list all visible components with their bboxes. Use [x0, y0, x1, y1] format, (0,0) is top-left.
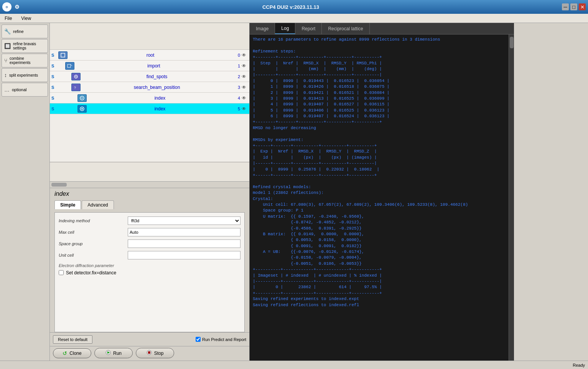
pipeline-row-4[interactable]: S index 4 👁	[50, 93, 249, 103]
step-name-index5: index	[87, 106, 232, 112]
sidebar-item-split[interactable]: ↕ split experiments	[2, 68, 48, 82]
step-icon-searchbeam: ?	[71, 84, 81, 91]
space-group-label: Space group	[59, 241, 128, 246]
pipeline-hscrollbar[interactable]	[50, 181, 249, 188]
menubar: File View	[0, 14, 588, 23]
checkbox-run-predict: Run Predict and Report	[196, 337, 246, 342]
tab-log[interactable]: Log	[275, 23, 295, 34]
step-icon-index4	[77, 94, 87, 102]
step-name-searchbeam: search_beam_position	[81, 85, 232, 90]
refine-icon: 🔧	[4, 28, 11, 34]
max-cell-row: Max cell	[59, 228, 240, 236]
eye-icon-3[interactable]: 👁	[240, 85, 248, 90]
optional-icon: …	[4, 87, 10, 93]
step-name-findspots: find_spots	[81, 74, 232, 79]
max-cell-input[interactable]	[128, 228, 240, 236]
main-layout: 🔧 refine 🔲 refine bravais settings ⑂ com…	[0, 23, 588, 361]
step-num-index5: 5	[232, 107, 240, 111]
tab-reciprocal[interactable]: Reciprocal lattice	[322, 23, 369, 34]
bottom-bar: Reset to default Run Predict and Report	[50, 332, 249, 346]
sidebar-item-refine[interactable]: 🔧 refine	[2, 25, 48, 38]
pipeline-row-3[interactable]: S ? search_beam_position 3 👁	[50, 82, 249, 93]
pipeline-row-2[interactable]: S find_spots 2 👁	[50, 71, 249, 82]
right-panel: Image Log Report Reciprocal lattice Ther…	[249, 23, 514, 361]
right-scrollbar[interactable]	[509, 34, 514, 361]
eye-icon-0[interactable]: 👁	[240, 52, 248, 58]
pipeline-list: S root 0 👁 S import 1 👁 S	[50, 50, 249, 162]
maximize-button[interactable]: □	[570, 3, 577, 10]
sidebar-item-combine[interactable]: ⑂ combine experiments	[2, 54, 48, 67]
svg-text:?: ?	[74, 86, 76, 90]
sidebar-label-refine-bravais: refine bravais settings	[13, 42, 45, 50]
run-icon	[105, 350, 111, 356]
detector-fix-label: Set detector.fix=distance	[66, 270, 116, 276]
eye-icon-1[interactable]: 👁	[240, 63, 248, 69]
indexing-method-select[interactable]: fft3d	[128, 216, 240, 225]
titlebar-left: D ⚙	[2, 2, 20, 11]
action-buttons: ↺ Clone Run Stop	[50, 346, 249, 361]
step-s-0: S	[51, 53, 58, 57]
step-name-import: import	[75, 63, 232, 69]
detector-fix-row: Set detector.fix=distance	[59, 270, 240, 276]
sidebar-label-combine: combine experiments	[10, 56, 45, 65]
run-button[interactable]: Run	[94, 348, 133, 358]
menu-view[interactable]: View	[20, 15, 33, 22]
sidebar-label-optional: optional	[12, 87, 27, 92]
tab-simple[interactable]: Simple	[54, 200, 81, 209]
step-s-2: S	[51, 74, 58, 79]
titlebar-controls: ─ □ ✕	[562, 3, 586, 10]
tab-report[interactable]: Report	[295, 23, 322, 34]
eye-icon-5[interactable]: 👁	[240, 106, 248, 112]
tab-image[interactable]: Image	[250, 23, 275, 34]
settings-icon[interactable]: ⚙	[15, 4, 20, 10]
svg-point-4	[76, 76, 77, 77]
pipeline-footer	[50, 162, 249, 181]
step-icon-findspots	[71, 73, 81, 80]
sidebar-item-optional[interactable]: … optional	[2, 83, 48, 97]
sidebar-item-refine-bravais[interactable]: 🔲 refine bravais settings	[2, 39, 48, 53]
space-group-row: Space group	[59, 239, 240, 248]
step-num-findspots: 2	[232, 74, 240, 79]
refine-bravais-icon: 🔲	[4, 43, 11, 49]
step-icon-import	[65, 62, 74, 70]
tab-advanced[interactable]: Advanced	[82, 200, 114, 209]
eye-icon-2[interactable]: 👁	[240, 74, 248, 79]
space-group-input[interactable]	[128, 239, 240, 248]
index-title: index	[50, 188, 249, 198]
clone-button[interactable]: ↺ Clone	[53, 348, 91, 358]
step-name-root: root	[68, 52, 232, 58]
vscroll-thumb[interactable]	[510, 37, 514, 48]
hscroll-thumb[interactable]	[51, 183, 67, 187]
indexing-method-row: Indexing method fft3d	[59, 216, 240, 225]
log-content[interactable]: There are 16 parameters to refine agains…	[250, 34, 509, 361]
pipeline-row-5[interactable]: S index 5 👁	[50, 103, 249, 114]
unit-cell-label: Unit cell	[59, 253, 128, 257]
run-label: Run	[113, 351, 122, 356]
step-num-import: 1	[232, 64, 240, 68]
step-name-index4: index	[87, 95, 232, 101]
index-form: Indexing method fft3d Max cell Space gro…	[54, 212, 245, 333]
status-text: Ready	[573, 363, 585, 367]
minimize-button[interactable]: ─	[562, 3, 569, 10]
statusbar: Ready	[0, 361, 588, 369]
reset-button[interactable]: Reset to default	[53, 335, 92, 344]
menu-file[interactable]: File	[3, 15, 13, 22]
indexing-method-label: Indexing method	[59, 218, 128, 223]
electron-diffraction-section: Electron diffraction parameter Set detec…	[59, 263, 240, 276]
stop-button[interactable]: Stop	[136, 348, 174, 358]
right-tabs: Image Log Report Reciprocal lattice	[250, 23, 514, 34]
run-predict-checkbox[interactable]	[196, 337, 201, 342]
detector-fix-checkbox[interactable]	[59, 270, 64, 275]
electron-diffraction-label: Electron diffraction parameter	[59, 263, 240, 268]
close-button[interactable]: ✕	[579, 3, 586, 10]
pipeline-row-0[interactable]: S root 0 👁	[50, 50, 249, 61]
unit-cell-row: Unit cell	[59, 251, 240, 259]
sidebar: 🔧 refine 🔲 refine bravais settings ⑂ com…	[0, 23, 50, 361]
sidebar-label-refine: refine	[13, 29, 24, 34]
step-s-5: S	[51, 107, 58, 111]
index-tabs: Simple Advanced	[50, 200, 249, 209]
unit-cell-input[interactable]	[128, 251, 240, 259]
pipeline-row-1[interactable]: S import 1 👁	[50, 61, 249, 71]
eye-icon-4[interactable]: 👁	[240, 95, 248, 101]
titlebar: D ⚙ CCP4 DUI2 v:2023.11.13 ─ □ ✕	[0, 0, 588, 14]
